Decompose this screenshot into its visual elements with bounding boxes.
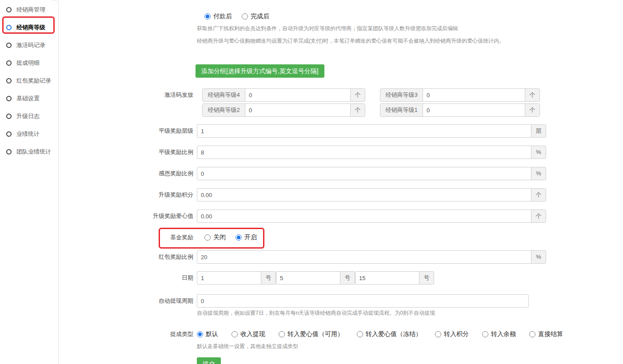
- field-label-fund-reward: 基金奖励: [59, 231, 197, 244]
- radio-fund-off[interactable]: 关闭: [204, 233, 226, 241]
- sidebar-item-team-performance-stats[interactable]: 团队业绩统计: [0, 143, 58, 161]
- sidebar-item-label: 团队业绩统计: [16, 148, 51, 156]
- gratitude-reward-ratio-input[interactable]: [197, 167, 531, 180]
- commission-type-row: 提成类型 默认 收入提现 转入爱心值（可用）: [59, 328, 623, 349]
- radio-commission-to-love-frozen[interactable]: 转入爱心值（冻结）: [357, 330, 422, 338]
- upgrade-reward-points-input[interactable]: [197, 189, 531, 201]
- sidebar-item-upgrade-logs[interactable]: 升级日志: [0, 107, 58, 125]
- sidebar-item-basic-settings[interactable]: 基础设置: [0, 90, 58, 107]
- sidebar-item-dealer-management[interactable]: 经销商管理: [0, 1, 58, 19]
- upgrade-reward-love-row: 升级奖励爱心值 个: [59, 210, 623, 223]
- redpacket-ratio-input[interactable]: [197, 251, 531, 263]
- radio-unchecked-icon: [204, 234, 211, 241]
- sidebar-item-label: 基础设置: [16, 95, 40, 103]
- sidebar-item-label: 升级日志: [16, 112, 40, 120]
- circle-icon: [6, 7, 12, 12]
- sidebar-item-label: 激活码记录: [16, 41, 45, 49]
- activation-code-level2-input[interactable]: [245, 104, 350, 116]
- sidebar-item-label: 业绩统计: [16, 130, 40, 138]
- sidebar-item-activation-code-records[interactable]: 激活码记录: [0, 36, 58, 54]
- radio-label: 默认: [206, 330, 218, 338]
- peer-reward-layers-input[interactable]: [197, 125, 531, 137]
- date-2-input[interactable]: [276, 272, 340, 284]
- input-suffix-percent: %: [531, 251, 546, 263]
- sidebar-item-performance-stats[interactable]: 业绩统计: [0, 125, 58, 143]
- radio-unchecked-icon: [529, 331, 535, 337]
- field-label: 感恩奖励比例: [59, 167, 197, 180]
- sidebar-item-label: 经销商等级: [16, 24, 45, 32]
- activation-code-group-level3: 经销商等级3 个: [380, 88, 540, 102]
- radio-label: 完成后: [251, 12, 269, 20]
- auto-withdraw-input[interactable]: [197, 294, 529, 308]
- radio-label: 直接结算: [538, 330, 563, 338]
- field-label: 平级奖励层级: [59, 124, 197, 138]
- radio-label: 收入提现: [240, 330, 265, 338]
- input-suffix-unit: 个: [525, 104, 539, 116]
- input-suffix-unit: 层: [531, 125, 546, 137]
- date-group-2: 号: [276, 271, 355, 285]
- field-label-commission-type: 提成类型: [59, 328, 197, 341]
- fund-reward-row: 基金奖励 关闭 开启: [59, 231, 623, 244]
- radio-label: 转入余额: [491, 330, 516, 338]
- sidebar: 经销商管理 经销商等级 激活码记录 提成明细 红包奖励记录 基础设置 升级日志: [0, 0, 59, 364]
- radio-after-payment[interactable]: 付款后: [204, 12, 232, 20]
- radio-unchecked-icon: [242, 13, 248, 20]
- add-group-button[interactable]: 添加分组[选择升级方式编号,英文逗号分隔]: [196, 64, 324, 78]
- date-group-1: 号: [197, 271, 276, 285]
- radio-commission-income-withdraw[interactable]: 收入提现: [232, 330, 265, 338]
- activation-code-group-level2: 经销商等级2 个: [202, 103, 365, 117]
- radio-commission-to-love-available[interactable]: 转入爱心值（可用）: [279, 330, 343, 338]
- radio-commission-to-points[interactable]: 转入积分: [435, 330, 469, 338]
- radio-fund-on[interactable]: 开启: [236, 233, 257, 241]
- circle-icon: [6, 114, 12, 119]
- sidebar-item-label: 提成明细: [16, 59, 40, 67]
- radio-unchecked-icon: [232, 331, 238, 337]
- radio-commission-to-balance[interactable]: 转入余额: [482, 330, 516, 338]
- radio-label: 关闭: [213, 233, 226, 241]
- radio-commission-default[interactable]: 默认: [197, 330, 218, 338]
- field-label: 红包奖励比例: [59, 250, 197, 264]
- radio-label: 转入爱心值（冻结）: [366, 330, 422, 338]
- date-3-input[interactable]: [355, 272, 419, 284]
- radio-checked-icon: [236, 234, 242, 241]
- activation-code-level3-input[interactable]: [423, 89, 525, 101]
- sidebar-item-dealer-level[interactable]: 经销商等级: [0, 19, 58, 36]
- submit-row: 提交: [59, 357, 623, 364]
- commission-type-help-text: 默认走基础统一设置，其他走独立提成类型: [197, 343, 623, 349]
- activation-code-group-level1: 经销商等级1 个: [380, 103, 540, 117]
- input-suffix-unit: 个: [531, 210, 546, 222]
- input-prepend-label: 经销商等级2: [203, 104, 245, 116]
- sidebar-item-label: 红包奖励记录: [16, 77, 51, 85]
- help-row-2: 经销商升级与爱心值购物赠送均设置为订单完成(支付)时，本笔订单赠送的爱心值有可能…: [59, 37, 623, 44]
- input-suffix-day: 号: [419, 272, 434, 284]
- radio-label: 开启: [244, 233, 257, 241]
- radio-unchecked-icon: [279, 331, 285, 337]
- sidebar-item-redpacket-reward-records[interactable]: 红包奖励记录: [0, 72, 58, 90]
- radio-commission-direct-settle[interactable]: 直接结算: [529, 330, 563, 338]
- circle-icon: [6, 25, 12, 30]
- peer-reward-layers-row: 平级奖励层级 层: [59, 124, 623, 138]
- upgrade-reward-love-input[interactable]: [197, 210, 531, 222]
- peer-reward-ratio-row: 平级奖励比例 %: [59, 146, 623, 159]
- input-suffix-unit: 个: [350, 104, 365, 116]
- input-suffix-percent: %: [531, 167, 546, 180]
- activation-code-level4-input[interactable]: [245, 89, 350, 101]
- activation-code-group-level4: 经销商等级4 个: [202, 88, 365, 102]
- submit-button[interactable]: 提交: [197, 357, 221, 364]
- activation-code-level1-input[interactable]: [423, 104, 525, 116]
- dates-row: 日期 号 号 号: [59, 271, 623, 285]
- circle-icon: [6, 149, 12, 154]
- radio-unchecked-icon: [482, 331, 488, 337]
- input-suffix-day: 号: [261, 272, 276, 284]
- peer-reward-ratio-input[interactable]: [197, 146, 531, 158]
- circle-icon: [6, 78, 12, 83]
- radio-after-completion[interactable]: 完成后: [242, 12, 269, 20]
- sidebar-item-commission-details[interactable]: 提成明细: [0, 54, 58, 72]
- input-suffix-unit: 个: [531, 189, 546, 201]
- radio-label: 转入爱心值（可用）: [288, 330, 343, 338]
- upgrade-reward-points-row: 升级奖励积分 个: [59, 188, 623, 202]
- radio-checked-icon: [197, 331, 203, 337]
- circle-icon: [6, 96, 12, 101]
- date-1-input[interactable]: [197, 272, 261, 284]
- upgrade-help-text-1: 获取推广下线权利的会员达到条件，自动升级为对应等级的代理商；指定某团队等级人数升…: [197, 25, 623, 32]
